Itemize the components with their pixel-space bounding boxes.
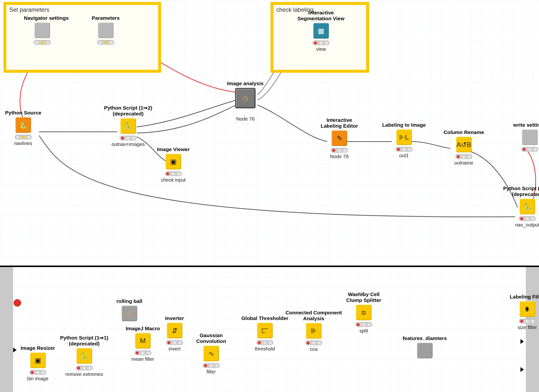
node-title: Image Viewer	[155, 146, 192, 152]
node-sub: mean filter	[122, 356, 164, 362]
node-python-script-1-2[interactable]: Python Script (1⇒2) (deprecated) 🐍 outna…	[103, 105, 154, 147]
label-icon: ⊩L	[399, 133, 409, 141]
status-lights	[15, 135, 32, 140]
node-body: M	[135, 333, 151, 349]
node-body	[522, 129, 538, 145]
node-parameters[interactable]: Parameters	[87, 15, 124, 46]
node-sub: filter	[190, 369, 232, 375]
wave-icon: ∿	[208, 350, 214, 358]
node-labeling-filter[interactable]: Labeling Filter ⧯ size filter	[503, 294, 539, 330]
node-title: Image analysis	[227, 81, 264, 86]
node-sub: outname	[439, 160, 488, 166]
filter-icon: ⧯	[526, 305, 529, 313]
node-features-diameters[interactable]: features_diamters	[398, 335, 452, 358]
node-interactive-segmentation-view[interactable]: Interactive Segmentation View ▦ view	[294, 10, 348, 52]
node-title: Python Source	[5, 110, 41, 116]
node-sub: bin image	[20, 376, 56, 382]
node-body: ◷	[122, 306, 137, 321]
flow-var-input-port[interactable]	[14, 300, 21, 306]
image-icon: ▣	[170, 158, 176, 166]
node-body: ⊪	[306, 323, 321, 339]
node-body	[98, 22, 114, 38]
node-python-script-2-2[interactable]: Python Script (2⇒2) (deprecated) 🐍 nav_o…	[500, 186, 539, 228]
node-python-script-1-1[interactable]: Python Script (1⇒1) (deprecated) 🐍 remov…	[57, 335, 111, 377]
node-title: Global Thresholder	[239, 315, 290, 321]
node-body: A↺B	[456, 137, 472, 152]
node-sub: cca	[283, 346, 344, 352]
node-sub: check input	[155, 177, 192, 183]
status-lights	[120, 136, 137, 141]
node-body: ∿	[203, 346, 219, 361]
node-navigator-settings[interactable]: Navigator settings	[24, 15, 61, 46]
node-sub: split	[339, 328, 388, 334]
node-body: ✎	[332, 130, 347, 146]
node-title: Python Script (2⇒2) (deprecated)	[500, 186, 539, 197]
node-sub: threshold	[239, 346, 290, 352]
node-gaussian-convolution[interactable]: Gaussian Convolution ∿ filter	[190, 332, 232, 375]
node-sub: out1	[380, 153, 428, 158]
node-body: 🐍	[519, 199, 535, 214]
node-write-settings[interactable]: write settings	[508, 122, 539, 153]
node-title: Parameters	[87, 15, 124, 21]
threshold-icon: ⫍	[261, 327, 268, 335]
node-sub: size filter	[503, 325, 539, 330]
node-image-analysis[interactable]: Image analysis ◷ Node 76	[227, 81, 264, 122]
node-body: ⧯	[519, 301, 535, 317]
input-port[interactable]	[13, 348, 17, 352]
node-body: ⧈	[356, 305, 372, 320]
node-inverter[interactable]: Inverter ⇵ invert	[156, 315, 193, 352]
metanode-input-bar[interactable]	[0, 267, 13, 392]
status-lights	[203, 363, 220, 368]
status-lights	[519, 319, 536, 324]
node-title: Interactive Segmentation View	[294, 10, 348, 21]
output-port[interactable]	[520, 339, 524, 344]
python-icon: 🐍	[19, 121, 28, 129]
meta-node-icon: ◷	[242, 94, 248, 102]
resize-icon: ▣	[35, 356, 41, 364]
node-body	[417, 343, 433, 358]
node-body: ⊩L	[396, 129, 412, 145]
node-sub: Node 76	[227, 116, 264, 122]
node-connected-component-analysis[interactable]: Connected Component Analysis ⊪ cca	[283, 310, 344, 352]
node-global-thresholder[interactable]: Global Thresholder ⫍ threshold	[239, 315, 290, 352]
status-lights	[455, 154, 472, 159]
python-icon: 🐍	[80, 352, 89, 360]
node-interactive-labeling-editor[interactable]: Interactive Labeling Editor ✎ Node 78	[315, 117, 364, 159]
status-lights	[355, 322, 372, 327]
node-body: 🐍	[15, 117, 31, 133]
status-lights	[29, 370, 46, 375]
status-lights	[521, 147, 538, 152]
node-body: 🐍	[120, 118, 136, 134]
node-labeling-to-image[interactable]: Labeling to Image ⊩L out1	[380, 122, 428, 158]
node-title: Gaussian Convolution	[190, 332, 232, 344]
status-lights	[256, 340, 273, 345]
edit-icon: ✎	[337, 134, 342, 142]
node-sub: view	[294, 46, 348, 52]
status-lights	[34, 40, 51, 45]
node-column-rename[interactable]: Column Rename A↺B outname	[439, 129, 488, 166]
status-lights	[76, 366, 93, 371]
output-port[interactable]	[520, 367, 524, 372]
workflow-canvas[interactable]: Set parameters check labeling Navigator …	[0, 0, 539, 392]
meta-node-icon: ◷	[126, 309, 132, 318]
node-title: Navigator settings	[24, 15, 61, 21]
node-body: 🐍	[76, 348, 92, 364]
node-waehlby-splitter[interactable]: Waehlby Cell Clump Splitter ⧈ split	[339, 291, 388, 334]
split-icon: ⧈	[362, 309, 366, 317]
node-title: Python Script (1⇒1) (deprecated)	[57, 335, 111, 347]
node-sub: remove extremes	[57, 371, 111, 377]
node-image-viewer[interactable]: Image Viewer ▣ check input	[155, 146, 192, 183]
status-lights	[97, 40, 114, 45]
node-body: ▦	[313, 23, 329, 39]
node-rolling-ball[interactable]: rolling ball ◷	[111, 298, 148, 321]
status-lights	[166, 340, 183, 345]
node-image-resizer[interactable]: Image Resizer ▣ bin image	[20, 345, 56, 382]
node-title: Labeling to Image	[380, 122, 428, 128]
node-body: ⫍	[257, 323, 273, 338]
view-icon: ▦	[318, 27, 324, 35]
node-sub: Node 78	[315, 154, 364, 159]
cca-icon: ⊪	[311, 327, 317, 335]
node-python-source[interactable]: Python Source 🐍 navlines	[5, 110, 41, 146]
python-icon: 🐍	[523, 203, 532, 211]
node-title: Connected Component Analysis	[283, 310, 344, 321]
